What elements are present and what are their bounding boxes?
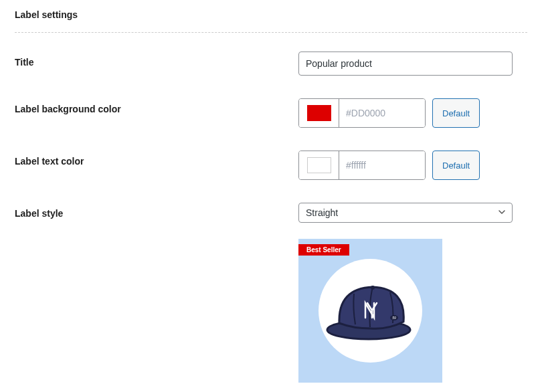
divider [15, 32, 527, 33]
bg-color-swatch-wrapper[interactable] [299, 99, 339, 127]
text-color-swatch [307, 157, 331, 173]
preview-label-badge: Best Seller [298, 244, 349, 256]
label-style-label: Label style [15, 203, 298, 219]
label-style-row: Label style Straight [15, 203, 527, 223]
title-row: Title [15, 52, 527, 76]
bg-color-input[interactable] [339, 99, 425, 127]
preview-circle: 59 [319, 259, 422, 363]
section-title: Label settings [15, 9, 527, 20]
svg-text:59: 59 [392, 316, 396, 320]
title-input[interactable] [298, 52, 513, 76]
label-style-select[interactable]: Straight [298, 203, 513, 223]
bg-color-label: Label background color [15, 98, 298, 114]
bg-color-swatch [307, 105, 331, 121]
text-color-default-button[interactable]: Default [432, 151, 480, 180]
preview-card: Best Seller [298, 239, 442, 383]
text-color-label: Label text color [15, 151, 298, 167]
preview-row: Best Seller [15, 239, 527, 383]
svg-point-1 [371, 286, 375, 290]
text-color-input[interactable] [339, 151, 425, 179]
bg-color-row: Label background color Default [15, 98, 527, 128]
bg-color-default-button[interactable]: Default [432, 98, 480, 128]
title-label: Title [15, 52, 298, 68]
text-color-picker[interactable] [298, 151, 426, 180]
text-color-row: Label text color Default [15, 151, 527, 180]
cap-icon: 59 [321, 270, 421, 353]
text-color-swatch-wrapper[interactable] [299, 151, 339, 179]
bg-color-picker[interactable] [298, 98, 426, 128]
